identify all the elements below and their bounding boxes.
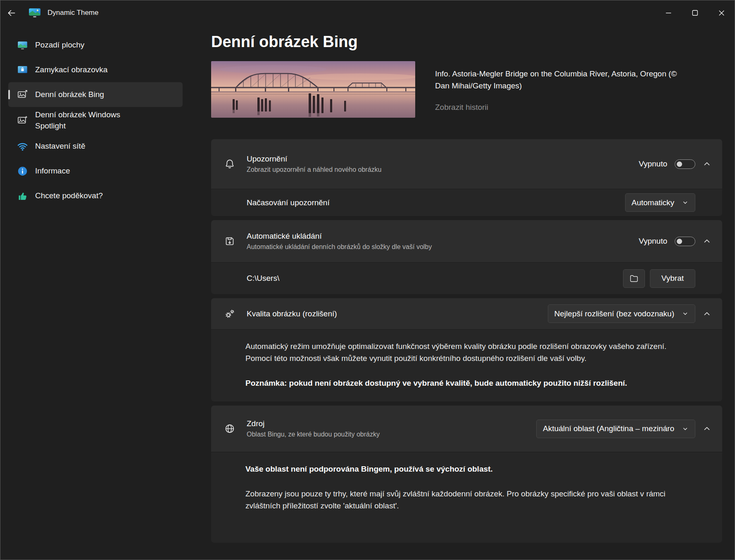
notifications-state-label: Vypnuto — [639, 159, 667, 168]
notification-timing-row: Načasování upozornění Automaticky — [211, 189, 722, 216]
notification-timing-label: Načasování upozornění — [247, 198, 330, 207]
info-icon — [17, 166, 28, 177]
sidebar-item-denni-obrazek-bing[interactable]: Denní obrázek Bing — [8, 82, 183, 107]
gears-icon — [224, 308, 235, 319]
app-title: Dynamic Theme — [48, 9, 98, 17]
page-title: Denní obrázek Bing — [211, 31, 722, 52]
sidebar-item-label: Informace — [35, 166, 70, 177]
sidebar: Pozadí plochy Zamykací obrazovka — [0, 25, 211, 560]
notifications-subtitle: Zobrazit upozornění a náhled nového obrá… — [247, 166, 381, 173]
autosave-path: C:\Users\ — [247, 274, 279, 283]
autosave-state-label: Vypnuto — [639, 237, 667, 246]
globe-icon — [224, 423, 235, 434]
source-region-value: Aktuální oblast (Angličtina – mezináro — [543, 424, 674, 433]
autosave-card: Automatické ukládání Automatické ukládán… — [211, 220, 722, 294]
image-info-text: Info. Astoria-Megler Bridge on the Colum… — [435, 68, 687, 92]
quality-title: Kvalita obrázku (rozlišení) — [247, 309, 337, 318]
window-controls — [655, 0, 735, 25]
sidebar-item-informace[interactable]: Informace — [8, 159, 183, 183]
notifications-collapse-button[interactable] — [702, 159, 712, 169]
bing-daily-image-icon — [17, 89, 28, 100]
source-card: Zdroj Oblast Bingu, ze které budou použi… — [211, 406, 722, 543]
source-row[interactable]: Zdroj Oblast Bingu, ze které budou použi… — [211, 406, 722, 452]
minimize-icon — [664, 8, 673, 18]
sidebar-item-chcete-podekovat[interactable]: Chcete poděkovat? — [8, 183, 183, 208]
sidebar-item-label: Pozadí plochy — [35, 40, 84, 51]
source-collapse-button[interactable] — [702, 423, 712, 434]
select-folder-button[interactable]: Vybrat — [650, 269, 695, 288]
autosave-path-row: C:\Users\ Vybrat — [211, 262, 722, 294]
spotlight-daily-image-icon — [17, 115, 28, 126]
app-logo-icon — [29, 7, 41, 18]
chevron-up-icon — [702, 424, 711, 433]
thumbs-up-icon — [17, 190, 28, 202]
minimize-button[interactable] — [655, 0, 682, 25]
show-history-link[interactable]: Zobrazit historii — [435, 103, 488, 112]
notifications-row[interactable]: Upozornění Zobrazit upozornění a náhled … — [211, 139, 722, 189]
wifi-icon — [17, 141, 28, 152]
preview-section: Info. Astoria-Megler Bridge on the Colum… — [211, 61, 722, 118]
chevron-up-icon — [702, 159, 711, 168]
quality-note: Poznámka: pokud není obrázek dostupný ve… — [245, 377, 691, 389]
sidebar-item-label: Zamykací obrazovka — [35, 64, 107, 76]
sidebar-item-label: Denní obrázek Windows Spotlight — [35, 109, 138, 131]
source-title: Zdroj — [247, 419, 380, 428]
sidebar-item-label: Chcete poděkovat? — [35, 190, 103, 202]
sidebar-item-windows-spotlight[interactable]: Denní obrázek Windows Spotlight — [8, 107, 183, 134]
browse-folder-button[interactable] — [623, 269, 645, 288]
back-arrow-icon — [7, 8, 16, 18]
source-subtitle: Oblast Bingu, ze které budou použity obr… — [247, 431, 380, 438]
autosave-row[interactable]: Automatické ukládání Automatické ukládán… — [211, 220, 722, 262]
quality-description: Automatický režim umožňuje optimalizovat… — [245, 340, 691, 365]
close-button[interactable] — [708, 0, 735, 25]
sidebar-item-pozadi-plochy[interactable]: Pozadí plochy — [8, 33, 183, 57]
desktop-background-icon — [17, 40, 28, 51]
quality-row[interactable]: Kvalita obrázku (rozlišení) Nejlepší roz… — [211, 298, 722, 329]
maximize-icon — [690, 8, 700, 18]
chevron-down-icon — [682, 310, 689, 317]
source-description-panel: Vaše oblast není podporována Bingem, pou… — [211, 452, 722, 543]
titlebar: Dynamic Theme — [0, 0, 735, 25]
chevron-up-icon — [702, 237, 711, 246]
main-content: Denní obrázek Bing — [211, 25, 735, 560]
source-region-dropdown[interactable]: Aktuální oblast (Angličtina – mezináro — [536, 420, 695, 438]
bing-image-preview — [211, 61, 415, 118]
lock-screen-icon — [17, 64, 28, 76]
autosave-toggle[interactable] — [675, 237, 695, 246]
notifications-card: Upozornění Zobrazit upozornění a náhled … — [211, 139, 722, 216]
sidebar-item-label: Nastavení sítě — [35, 141, 85, 152]
notification-timing-dropdown[interactable]: Automaticky — [625, 193, 695, 212]
save-icon — [224, 236, 235, 247]
chevron-down-icon — [682, 425, 689, 432]
toggle-knob — [677, 161, 682, 167]
autosave-subtitle: Automatické ukládání denních obrázků do … — [247, 243, 432, 251]
maximize-button[interactable] — [682, 0, 708, 25]
quality-description-panel: Automatický režim umožňuje optimalizovat… — [211, 329, 722, 401]
sidebar-item-nastaveni-site[interactable]: Nastavení sítě — [8, 134, 183, 159]
toggle-knob — [677, 239, 682, 244]
sidebar-item-zamykaci-obrazovka[interactable]: Zamykací obrazovka — [8, 57, 183, 82]
quality-card: Kvalita obrázku (rozlišení) Nejlepší roz… — [211, 298, 722, 401]
quality-dropdown[interactable]: Nejlepší rozlišení (bez vodoznaku) — [548, 304, 695, 323]
autosave-title: Automatické ukládání — [247, 232, 432, 241]
source-description: Zobrazeny jsou pouze ty trhy, které mají… — [245, 488, 691, 512]
folder-icon — [629, 274, 639, 283]
source-warning: Vaše oblast není podporována Bingem, pou… — [245, 463, 691, 475]
quality-value: Nejlepší rozlišení (bez vodoznaku) — [554, 309, 674, 318]
chevron-down-icon — [682, 199, 689, 206]
notifications-title: Upozornění — [247, 154, 381, 164]
bell-icon — [224, 159, 235, 169]
close-icon — [717, 8, 726, 18]
notification-timing-value: Automaticky — [632, 198, 674, 207]
sidebar-item-label: Denní obrázek Bing — [35, 89, 104, 100]
autosave-collapse-button[interactable] — [702, 236, 712, 247]
notifications-toggle[interactable] — [675, 159, 695, 169]
chevron-up-icon — [702, 309, 711, 318]
back-button[interactable] — [0, 0, 22, 25]
quality-collapse-button[interactable] — [702, 308, 712, 319]
